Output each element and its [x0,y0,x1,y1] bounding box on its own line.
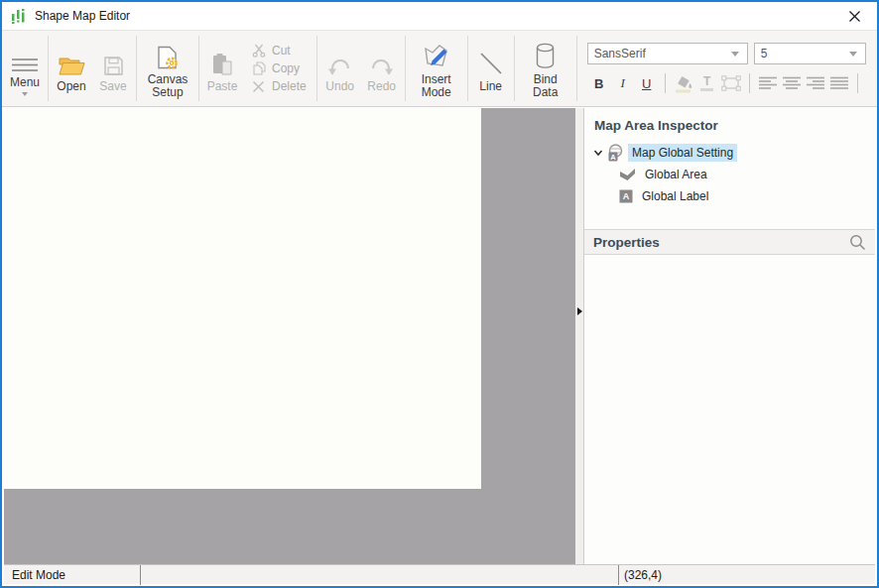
align-left-icon [759,76,777,90]
redo-arrow-icon [369,45,394,76]
toolbar-separator [316,36,317,101]
tree-label[interactable]: Global Area [641,166,711,183]
canvas-setup-label: Canvas Setup [144,73,191,99]
toolbar-separator [136,36,137,101]
cut-label: Cut [272,44,291,58]
undo-arrow-icon [327,45,352,76]
text-color-icon: T [700,76,713,91]
status-mode: Edit Mode [4,568,140,582]
bind-data-label: Bind Data [522,73,569,99]
undo-button[interactable]: Undo [319,31,361,106]
close-icon [848,10,861,23]
align-left-button[interactable] [756,72,780,94]
window-title: Shape Map Editor [35,9,130,23]
insert-mode-label: Insert Mode [413,73,460,99]
tree-label[interactable]: Global Label [638,187,712,205]
toolbar: Menu Open Save [2,30,877,107]
edit-group: Cut Copy Delete [243,31,314,106]
tree-item-global-area[interactable]: Global Area [592,164,867,185]
dropdown-arrow-icon [731,52,739,57]
align-center-button[interactable] [780,72,804,94]
toolbar-separator [857,73,858,93]
menu-caret-icon [22,92,28,96]
redo-label: Redo [367,80,396,93]
tree-item-global-label[interactable]: A Global Label [592,185,867,207]
menu-label: Menu [10,76,40,89]
right-panel: Map Area Inspector A [584,108,875,564]
copy-label: Copy [272,61,300,75]
global-area-icon [619,168,636,181]
status-coordinates: (326,4) [619,568,662,582]
toolbar-separator [514,36,515,101]
main-area: Map Area Inspector A [4,108,875,564]
properties-header: Properties [584,229,875,255]
chevron-down-icon[interactable] [592,148,604,158]
open-label: Open [57,80,85,93]
menu-button[interactable]: Menu [4,31,46,106]
toolbar-separator [576,36,577,101]
bind-data-button[interactable]: Bind Data [517,31,574,106]
fill-color-button[interactable] [672,72,695,94]
align-justify-button[interactable] [827,72,851,94]
properties-body [584,255,875,564]
align-center-icon [783,76,801,90]
format-group: SansSerif 5 B I U [579,31,874,106]
bold-button[interactable]: B [587,72,611,94]
toolbar-separator [467,36,468,101]
properties-title: Properties [593,235,660,250]
canvas-page[interactable] [4,108,481,489]
copy-button[interactable]: Copy [251,61,307,75]
hamburger-icon [12,41,38,72]
insert-mode-button[interactable]: Insert Mode [408,31,465,106]
open-button[interactable]: Open [51,31,92,106]
frame-handles-icon [721,75,741,91]
dropdown-arrow-icon [849,52,857,57]
search-icon [849,234,866,251]
delete-button[interactable]: Delete [251,79,307,93]
svg-text:A: A [610,153,616,162]
canvas-viewport[interactable] [4,108,575,564]
font-family-dropdown[interactable]: SansSerif [587,43,748,64]
toolbar-separator [48,36,49,101]
tree-label[interactable]: Map Global Setting [628,144,737,162]
delete-label: Delete [272,79,307,93]
redo-button[interactable]: Redo [361,31,403,106]
statusbar-divider [140,565,141,585]
undo-label: Undo [325,80,354,93]
toolbar-separator [198,36,199,101]
save-button[interactable]: Save [92,31,134,106]
properties-search-button[interactable] [849,234,866,251]
align-right-icon [807,76,824,90]
save-floppy-icon [103,45,124,76]
paste-label: Paste [207,80,238,93]
save-label: Save [99,80,126,93]
map-global-setting-icon: A [606,144,623,162]
line-button[interactable]: Line [470,31,512,106]
splitter-collapse-icon[interactable] [577,307,582,315]
font-size-value: 5 [761,47,768,60]
close-button[interactable] [843,5,865,27]
statusbar: Edit Mode (326,4) [4,564,875,584]
underline-button[interactable]: U [635,72,659,94]
open-folder-icon [59,45,85,76]
delete-x-icon [251,80,266,93]
insert-mode-polygon-pencil-icon [423,38,450,69]
cut-button[interactable]: Cut [251,44,307,58]
paste-clipboard-icon [211,45,234,76]
font-size-dropdown[interactable]: 5 [754,43,866,64]
app-logo-icon [11,8,26,24]
fit-frame-button[interactable] [719,72,743,94]
toolbar-separator [665,73,666,93]
titlebar: Shape Map Editor [2,2,877,30]
panel-splitter[interactable] [575,108,584,564]
line-label: Line [479,80,502,93]
text-color-button[interactable]: T [695,72,719,94]
tree-item-map-global-setting[interactable]: A Map Global Setting [592,142,867,164]
bind-data-cylinder-icon [535,38,556,69]
canvas-setup-button[interactable]: Canvas Setup [139,31,196,106]
copy-pages-icon [251,61,266,75]
global-label-icon: A [619,189,633,203]
align-right-button[interactable] [804,72,827,94]
paste-button[interactable]: Paste [201,31,243,106]
italic-button[interactable]: I [611,72,635,94]
